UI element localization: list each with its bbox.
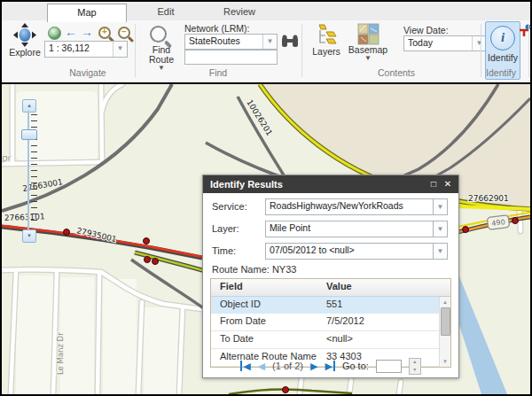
time-label: Time: — [212, 245, 236, 256]
chevron-down-icon[interactable]: ▼ — [433, 221, 448, 237]
close-icon[interactable]: ✕ — [441, 175, 455, 193]
tab-review[interactable]: Review — [207, 4, 271, 19]
time-value: 07/05/2012 to <null> — [270, 245, 355, 255]
find-route-button[interactable]: Find Route ▼ — [142, 23, 181, 71]
map-scale-combobox[interactable]: 1 : 36,112 ▼ — [44, 41, 128, 58]
group-label-identify: Identify — [457, 67, 532, 78]
table-header-row: Field Value — [211, 279, 450, 297]
plus-glyph: + — [100, 26, 109, 38]
basemap-button[interactable]: Basemap ▼ — [348, 23, 388, 61]
chevron-down-icon[interactable]: ▼ — [262, 35, 277, 49]
tab-edit[interactable]: Edit — [134, 4, 198, 19]
scrollbar-thumb[interactable] — [441, 307, 450, 336]
group-separator — [528, 24, 529, 77]
attributes-table: Field Value Object ID 551 From Date 7/5/… — [210, 278, 451, 368]
layers-button[interactable]: Layers — [309, 23, 344, 57]
cell-value: <null> — [326, 333, 353, 344]
find-route-magnifier-icon — [150, 26, 167, 43]
back-extent-arrow-icon[interactable]: ← — [65, 26, 77, 38]
forward-extent-arrow-icon[interactable]: → — [81, 26, 93, 38]
identify-icon: i — [490, 26, 515, 50]
group-separator — [135, 24, 136, 77]
explore-label: Explore — [9, 48, 41, 58]
chevron-down-icon[interactable]: ▼ — [433, 243, 448, 260]
dialog-title: Identify Results — [210, 179, 283, 190]
full-extent-globe-icon[interactable] — [48, 27, 61, 40]
cell-field: From Date — [220, 315, 266, 326]
route-shield-490: 490 — [487, 215, 510, 230]
cell-field: Object ID — [220, 299, 261, 309]
application-window: Map Edit Review Explore ← → + − 1 : 36,1… — [0, 0, 532, 396]
zoom-out-icon[interactable]: − — [118, 27, 130, 39]
goto-page-input[interactable] — [376, 360, 402, 373]
view-date-label: View Date: — [403, 25, 449, 35]
chevron-down-icon: ▼ — [364, 55, 372, 61]
network-lrm-label: Network (LRM): — [184, 23, 250, 34]
layer-value: Mile Point — [270, 222, 310, 233]
network-lrm-value: StateRoutes — [189, 35, 262, 46]
explore-icon — [12, 23, 38, 48]
chevron-down-icon[interactable]: ▼ — [433, 198, 448, 215]
identify-results-dialog: Identify Results □ ✕ Service: RoadsHighw… — [202, 175, 459, 378]
previous-page-icon[interactable]: ◀ — [258, 361, 265, 371]
tab-review-label: Review — [223, 6, 255, 17]
layers-icon — [314, 23, 339, 47]
layer-label: Layer: — [212, 223, 239, 234]
chevron-down-icon[interactable]: ▼ — [472, 36, 486, 50]
cell-value: 551 — [326, 299, 342, 309]
dialog-title-bar[interactable]: Identify Results □ ✕ — [203, 175, 458, 193]
table-row[interactable]: To Date <null> — [211, 331, 440, 349]
explore-button[interactable]: Explore — [6, 23, 43, 58]
street-label-le-manz-dr: Le Manz Dr — [56, 332, 65, 375]
view-date-combobox[interactable]: Today ▼ — [403, 35, 487, 51]
next-page-icon[interactable]: ▶ — [310, 361, 317, 371]
table-row[interactable]: Object ID 551 — [211, 296, 440, 314]
goto-label: Go to: — [342, 361, 369, 371]
tab-edit-label: Edit — [158, 6, 175, 17]
view-date-value: Today — [408, 37, 472, 48]
cell-value: 7/5/2012 — [326, 315, 364, 326]
results-pager: ◀ ◀ (1 of 2) ▶ ▶ Go to: ▲▼ — [203, 356, 458, 376]
page-indicator: (1 of 2) — [272, 361, 303, 371]
minus-glyph: − — [120, 26, 129, 38]
service-value: RoadsHighways/NewYorkRoads — [270, 200, 403, 211]
route-label-27662901: 27662901 — [468, 194, 509, 203]
first-page-icon[interactable]: ◀ — [240, 361, 250, 371]
last-page-icon[interactable]: ▶ — [325, 361, 334, 371]
group-separator — [301, 24, 302, 77]
time-combobox[interactable]: 07/05/2012 to <null> — [265, 243, 435, 260]
service-label: Service: — [212, 201, 247, 212]
service-combobox[interactable]: RoadsHighways/NewYorkRoads — [265, 198, 435, 215]
route-input-field[interactable] — [184, 50, 278, 65]
tab-map[interactable]: Map — [47, 4, 127, 22]
ribbon-tab-bar: Map Edit Review — [2, 2, 530, 21]
group-label-navigate: Navigate — [43, 67, 132, 78]
table-row[interactable]: From Date 7/5/2012 — [211, 314, 440, 331]
map-zoom-slider[interactable]: ▲ ▼ — [21, 99, 39, 241]
goto-spinner[interactable]: ▲▼ — [409, 358, 421, 375]
maximize-icon[interactable]: □ — [426, 175, 441, 193]
basemap-icon — [357, 23, 379, 45]
binoculars-icon[interactable] — [281, 34, 299, 49]
field-column-header: Field — [220, 281, 243, 291]
slider-zoom-in-button[interactable]: ▲ — [22, 99, 36, 113]
spinner-up-icon[interactable]: ▲ — [412, 360, 417, 364]
zoom-in-icon[interactable]: + — [98, 27, 111, 39]
ribbon: Explore ← → + − 1 : 36,112 ▼ Navigate Fi… — [2, 20, 530, 82]
slider-zoom-out-button[interactable]: ▼ — [22, 229, 36, 243]
map-scale-value: 1 : 36,112 — [49, 43, 113, 53]
chevron-down-icon[interactable]: ▼ — [113, 42, 127, 57]
spinner-down-icon[interactable]: ▼ — [412, 368, 417, 372]
network-lrm-combobox[interactable]: StateRoutes ▼ — [184, 34, 278, 50]
cell-field: To Date — [220, 333, 254, 344]
tab-map-label: Map — [77, 7, 96, 18]
layers-label: Layers — [312, 47, 340, 57]
chevron-down-icon: ▼ — [158, 65, 165, 71]
slider-handle[interactable] — [21, 129, 37, 140]
route-name-value: NY33 — [272, 264, 297, 275]
group-label-find: Find — [174, 67, 262, 78]
group-label-contents: Contents — [352, 67, 441, 78]
scroll-up-icon[interactable]: ▲ — [441, 298, 450, 307]
layer-combobox[interactable]: Mile Point — [265, 221, 435, 237]
value-column-header: Value — [326, 281, 352, 291]
